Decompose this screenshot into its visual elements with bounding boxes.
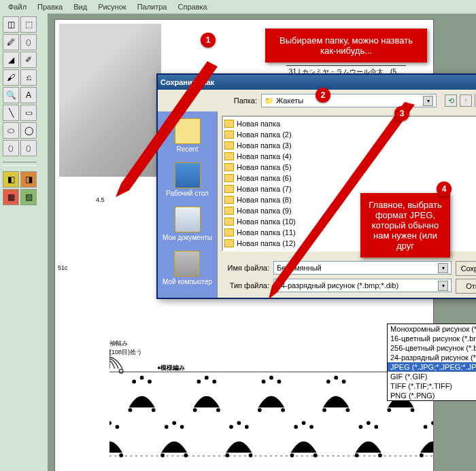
callout-format: Главное, выбрать формат JPEG, который об… (360, 193, 450, 258)
menu-bar: Файл Правка Вид Рисунок Палитра Справка (0, 0, 476, 14)
callout-folder: Выбираем папку, можно назвать как-нибудь… (265, 29, 427, 63)
tool-6[interactable]: 🖌 (3, 69, 19, 86)
menu-help[interactable]: Справка (173, 1, 213, 12)
tool-9[interactable]: A (20, 87, 37, 103)
filetype-option[interactable]: GIF (*.GIF) (388, 372, 476, 381)
svg-marker-7 (116, 61, 218, 197)
tool-3[interactable]: ⬯ (20, 34, 37, 50)
filetype-label: Тип файла: (222, 281, 269, 290)
back-icon[interactable]: ⟲ (445, 94, 457, 107)
tool-7[interactable]: ⎌ (20, 69, 37, 86)
place-mydocs[interactable]: Мои документы (163, 207, 212, 241)
tool-14[interactable]: ⬯ (3, 140, 19, 156)
options-4[interactable]: ▨ (20, 189, 37, 205)
tool-1[interactable]: ⬚ (20, 16, 37, 33)
filename-label: Имя файла: (222, 264, 269, 272)
chevron-down-icon[interactable]: ▾ (423, 96, 433, 106)
folder-icon (224, 239, 234, 247)
folder-icon (224, 228, 234, 237)
tool-15[interactable]: ⬯ (20, 140, 37, 156)
filetype-option[interactable]: JPEG (*.JPG;*.JPEG;*.JPE;*.JFIF) (388, 362, 476, 372)
place-mycomputer[interactable]: Мой компьютер (163, 251, 212, 285)
filetype-option[interactable]: 256-цветный рисунок (*.bmp;*.dib) (388, 343, 476, 353)
menu-image[interactable]: Рисунок (92, 1, 132, 12)
canvas-area: ■素材 (商品番号・商品名・色番号・数量) 31 | カシミヤ・ラムウール合太 … (48, 14, 476, 471)
options-2[interactable]: ◨ (20, 171, 37, 188)
filetype-dropdown[interactable]: Монохромный рисунок (*.bmp;*.dib)16-цвет… (387, 324, 476, 401)
up-icon[interactable]: ↑ (460, 94, 472, 107)
menu-edit[interactable]: Правка (32, 1, 68, 12)
tool-5[interactable]: ✐ (20, 52, 37, 68)
folder-icon (224, 217, 234, 226)
chevron-down-icon[interactable]: ▾ (438, 281, 448, 291)
options-3[interactable]: ▦ (3, 189, 19, 205)
tool-8[interactable]: 🔍 (3, 87, 19, 103)
annotation-marker-4: 4 (437, 181, 452, 196)
options-1[interactable]: ◧ (3, 171, 19, 188)
tool-10[interactable]: ╲ (3, 105, 19, 121)
tool-13[interactable]: ◯ (20, 122, 37, 139)
tool-4[interactable]: ◢ (3, 52, 19, 68)
filetype-option[interactable]: 24-разрядный рисунок (*.bmp;*.dib) (388, 353, 476, 362)
menu-file[interactable]: Файл (3, 1, 32, 12)
tool-11[interactable]: ▭ (20, 105, 37, 121)
filetype-option[interactable]: 16-цветный рисунок (*.bmp;*.dib) (388, 334, 476, 343)
stitch-pattern (109, 346, 433, 471)
menu-palette[interactable]: Палитра (132, 1, 173, 12)
menu-view[interactable]: Вид (68, 1, 92, 12)
chevron-down-icon[interactable]: ▾ (438, 263, 448, 273)
annotation-marker-3: 3 (394, 106, 409, 121)
filetype-option[interactable]: PNG (*.PNG) (388, 391, 476, 400)
filetype-option[interactable]: TIFF (*.TIF;*.TIFF) (388, 381, 476, 391)
toolbox: ◫⬚🖉⬯◢✐🖌⎌🔍A╲▭⬭◯⬯⬯ ◧ ◨ ▦ ▨ (0, 14, 48, 471)
save-button[interactable]: Сохранить (456, 261, 476, 276)
tool-2[interactable]: 🖉 (3, 34, 19, 50)
annotation-marker-2: 2 (316, 88, 330, 103)
cancel-button[interactable]: Отмена (456, 279, 476, 294)
tool-12[interactable]: ⬭ (3, 122, 19, 139)
annotation-marker-1: 1 (201, 33, 216, 48)
filetype-option[interactable]: Монохромный рисунок (*.bmp;*.dib) (388, 324, 476, 334)
tool-0[interactable]: ◫ (3, 16, 19, 33)
svg-point-3 (119, 369, 123, 373)
toolbox-divider (3, 162, 37, 166)
folder-icon (224, 207, 234, 215)
